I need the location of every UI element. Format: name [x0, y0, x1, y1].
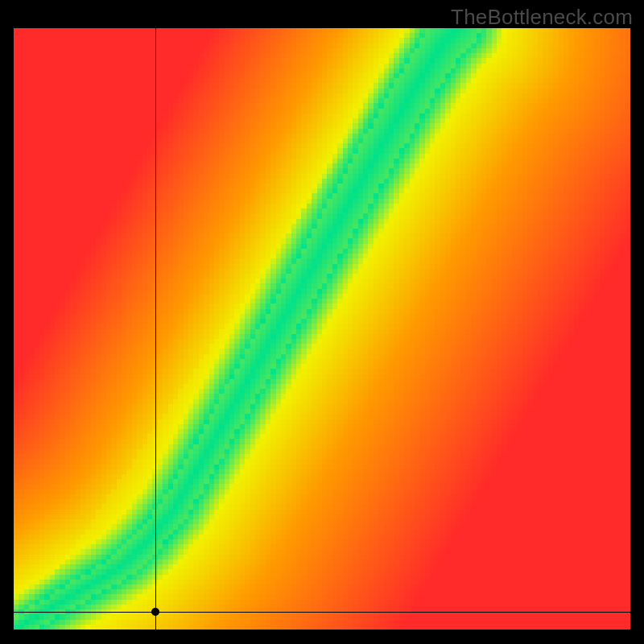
app-frame: TheBottleneck.com [0, 0, 644, 644]
bottleneck-heatmap [14, 28, 630, 630]
crosshair-vertical [155, 28, 156, 630]
crosshair-marker-dot [151, 608, 159, 616]
site-watermark: TheBottleneck.com [451, 5, 633, 30]
crosshair-horizontal [14, 612, 630, 613]
